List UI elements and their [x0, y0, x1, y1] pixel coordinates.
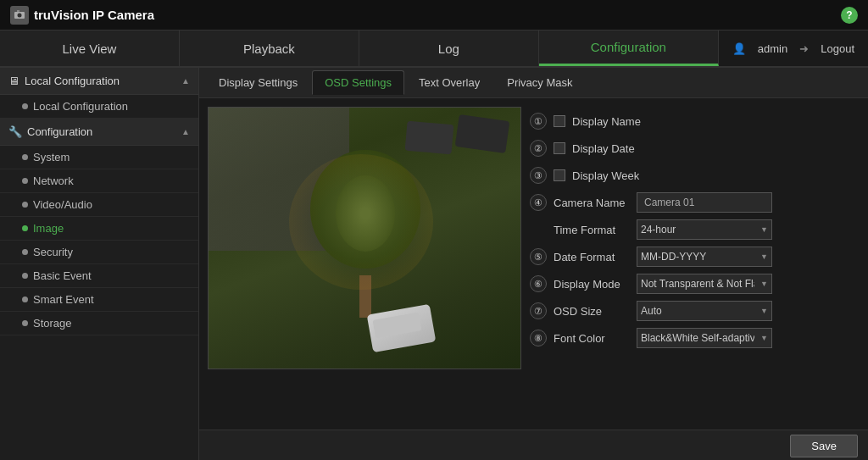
main-area: 🖥 Local Configuration ▲ Local Configurat… — [0, 68, 868, 460]
display-name-label: Display Name — [572, 115, 648, 128]
logout-button[interactable]: Logout — [821, 42, 854, 55]
date-format-select[interactable]: MM-DD-YYYY DD-MM-YYYY YYYY-MM-DD — [637, 247, 772, 267]
user-info-bar: 👤 admin ➜ Logout — [719, 30, 868, 66]
svg-rect-2 — [17, 10, 19, 12]
sidebar: 🖥 Local Configuration ▲ Local Configurat… — [0, 68, 199, 460]
osd-row-font-color: ⑧ Font Color Black&White Self-adaptive B… — [530, 327, 860, 349]
time-format-label: Time Format — [554, 224, 630, 236]
display-week-checkbox[interactable] — [554, 169, 565, 181]
osd-num-1: ① — [530, 113, 547, 130]
sidebar-item-video-audio[interactable]: Video/Audio — [0, 193, 198, 217]
camera-preview — [208, 107, 521, 369]
collapse-config-icon: ▲ — [181, 127, 190, 136]
osd-num-5b: ⑤ — [530, 248, 547, 265]
osd-num-8: ⑧ — [530, 330, 547, 346]
osd-row-display-date: ② Display Date — [530, 137, 860, 159]
sub-tab-privacy-mask[interactable]: Privacy Mask — [494, 70, 585, 95]
sidebar-item-image[interactable]: Image — [0, 217, 198, 241]
sidebar-item-storage[interactable]: Storage — [0, 312, 198, 335]
sub-tab-osd-settings[interactable]: OSD Settings — [312, 70, 404, 95]
sidebar-section-configuration-label: Configuration — [27, 125, 92, 138]
sidebar-section-configuration[interactable]: 🔧 Configuration ▲ — [0, 119, 198, 146]
sub-tab-text-overlay[interactable]: Text Overlay — [406, 70, 492, 95]
bullet-icon — [22, 154, 28, 160]
logo-text: truVision IP Camera — [34, 8, 154, 22]
bullet-icon — [22, 103, 28, 109]
display-week-label: Display Week — [572, 169, 648, 182]
bullet-icon — [22, 202, 28, 208]
sidebar-item-system[interactable]: System — [0, 146, 198, 169]
sidebar-section-local-config[interactable]: 🖥 Local Configuration ▲ — [0, 68, 198, 95]
osd-row-time-format: ⑤ Time Format 24-hour 12-hour — [530, 219, 860, 241]
car-dark2 — [405, 121, 454, 155]
osd-num-3: ③ — [530, 167, 547, 184]
camera-logo-icon — [10, 6, 29, 25]
bullet-icon — [22, 297, 28, 302]
sidebar-item-security[interactable]: Security — [0, 241, 198, 264]
osd-size-select[interactable]: Auto Small Medium Large — [637, 301, 772, 321]
camera-name-label: Camera Name — [554, 197, 630, 209]
osd-row-display-mode: ⑥ Display Mode Not Transparent & Not Fla… — [530, 273, 860, 295]
tab-playback[interactable]: Playback — [180, 30, 359, 66]
logout-icon: ➜ — [799, 42, 809, 55]
osd-num-7: ⑦ — [530, 302, 547, 319]
content-area: Display Settings OSD Settings Text Overl… — [199, 68, 868, 460]
display-name-checkbox[interactable] — [554, 115, 565, 127]
date-format-label: Date Format — [554, 251, 630, 263]
save-button[interactable]: Save — [790, 435, 858, 457]
header-right: ? — [841, 7, 858, 24]
sidebar-section-local-config-label: Local Configuration — [25, 75, 120, 87]
osd-settings-form: ① Display Name ② Display Date ③ Display … — [530, 107, 860, 421]
osd-num-6: ⑥ — [530, 275, 547, 292]
tab-log[interactable]: Log — [359, 30, 539, 66]
sidebar-item-basic-event[interactable]: Basic Event — [0, 264, 198, 288]
user-icon: 👤 — [732, 42, 746, 55]
preview-image — [209, 108, 520, 369]
tab-configuration[interactable]: Configuration — [539, 30, 719, 66]
display-mode-label: Display Mode — [554, 278, 630, 291]
sidebar-item-smart-event[interactable]: Smart Event — [0, 288, 198, 312]
font-color-select[interactable]: Black&White Self-adaptive Black White — [637, 328, 772, 348]
osd-row-camera-name: ④ Camera Name — [530, 191, 860, 213]
time-format-select[interactable]: 24-hour 12-hour — [637, 219, 772, 240]
osd-row-date-format: ⑤ Date Format MM-DD-YYYY DD-MM-YYYY YYYY… — [530, 246, 860, 268]
osd-panel: ① Display Name ② Display Date ③ Display … — [199, 98, 868, 430]
admin-label: admin — [758, 42, 787, 55]
osd-size-label: OSD Size — [554, 305, 630, 318]
bullet-icon — [22, 225, 28, 231]
bullet-icon — [22, 249, 28, 255]
sidebar-item-network[interactable]: Network — [0, 169, 198, 193]
osd-row-osd-size: ⑦ OSD Size Auto Small Medium Large — [530, 300, 860, 322]
leaves-overlay — [289, 154, 433, 290]
collapse-icon: ▲ — [181, 76, 190, 86]
car-dark1 — [455, 114, 510, 153]
svg-point-1 — [18, 13, 22, 17]
display-date-checkbox[interactable] — [554, 142, 565, 154]
help-button[interactable]: ? — [841, 7, 858, 24]
osd-size-select-wrapper: Auto Small Medium Large — [637, 301, 772, 321]
bullet-icon — [22, 273, 28, 279]
tab-live-view[interactable]: Live View — [0, 30, 180, 66]
camera-name-input[interactable] — [637, 192, 772, 213]
wrench-icon: 🔧 — [8, 125, 22, 138]
header: truVision IP Camera ? — [0, 0, 868, 30]
font-color-select-wrapper: Black&White Self-adaptive Black White — [637, 328, 772, 348]
date-format-select-wrapper: MM-DD-YYYY DD-MM-YYYY YYYY-MM-DD — [637, 247, 772, 267]
sidebar-item-local-configuration[interactable]: Local Configuration — [0, 95, 198, 119]
logo: truVision IP Camera — [10, 6, 154, 25]
time-format-select-wrapper: 24-hour 12-hour — [637, 219, 772, 240]
osd-num-2: ② — [530, 140, 547, 157]
font-color-label: Font Color — [554, 332, 630, 345]
osd-num-4: ④ — [530, 194, 547, 211]
bullet-icon — [22, 320, 28, 326]
sub-tabs-bar: Display Settings OSD Settings Text Overl… — [199, 68, 868, 98]
sub-tab-display-settings[interactable]: Display Settings — [206, 70, 310, 95]
footer-bar: Save — [199, 430, 868, 460]
display-date-label: Display Date — [572, 142, 648, 155]
display-mode-select[interactable]: Not Transparent & Not Flash Transparent … — [637, 274, 772, 294]
local-config-icon: 🖥 — [8, 75, 19, 87]
osd-row-display-name: ① Display Name — [530, 110, 860, 132]
bullet-icon — [22, 178, 28, 184]
osd-row-display-week: ③ Display Week — [530, 164, 860, 186]
display-mode-select-wrapper: Not Transparent & Not Flash Transparent … — [637, 274, 772, 294]
